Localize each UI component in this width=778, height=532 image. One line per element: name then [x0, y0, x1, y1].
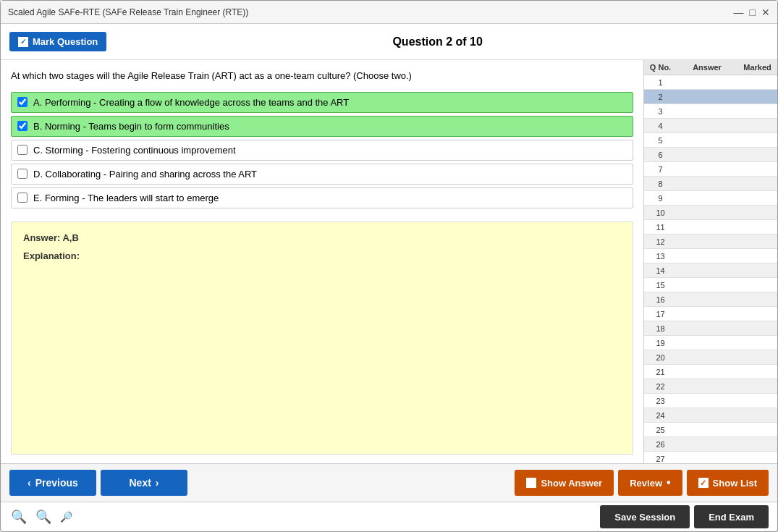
sidebar-row[interactable]: 6 [644, 148, 777, 162]
option-checkbox-e[interactable] [17, 193, 28, 203]
option-checkbox-b[interactable] [17, 121, 28, 131]
question-text: At which two stages will the Agile Relea… [11, 69, 633, 83]
sidebar-row[interactable]: 18 [644, 321, 777, 336]
header-answer: Answer [677, 63, 737, 72]
show-list-label: Show List [713, 478, 757, 489]
show-list-check-icon: ✓ [698, 478, 709, 488]
sidebar-row[interactable]: 16 [644, 292, 777, 307]
sidebar-row[interactable]: 4 [644, 119, 777, 133]
sidebar-cell-qno: 1 [644, 78, 677, 87]
zoom-in-button[interactable]: 🔎 [59, 510, 74, 524]
sidebar-cell-qno: 25 [644, 426, 677, 434]
review-label: Review [630, 478, 662, 489]
sidebar-row[interactable]: 26 [644, 437, 777, 452]
sidebar-row[interactable]: 12 [644, 235, 777, 249]
sidebar-body: 1234567891011121314151617181920212223242… [644, 75, 777, 463]
option-item-d[interactable]: D. Collaborating - Pairing and sharing a… [11, 164, 633, 185]
sidebar-cell-qno: 22 [644, 382, 677, 391]
previous-button[interactable]: ‹ Previous [9, 470, 96, 496]
sidebar-cell-qno: 2 [644, 93, 677, 101]
end-exam-button[interactable]: End Exam [694, 505, 769, 528]
option-item-a[interactable]: A. Performing - Creating a flow of knowl… [11, 92, 633, 113]
save-session-button[interactable]: Save Session [600, 505, 690, 528]
sidebar-cell-qno: 27 [644, 455, 677, 463]
next-button[interactable]: Next › [101, 470, 187, 496]
app-window: Scaled Agile SAFe-RTE (SAFe Release Trai… [0, 0, 778, 532]
sidebar-cell-qno: 23 [644, 397, 677, 405]
sidebar-row[interactable]: 3 [644, 104, 777, 119]
option-label-b: B. Norming - Teams begin to form communi… [33, 121, 229, 132]
sidebar-row[interactable]: 11 [644, 220, 777, 235]
question-list-sidebar: Q No. Answer Marked 12345678910111213141… [643, 60, 777, 463]
show-answer-icon [526, 478, 536, 488]
sidebar-cell-qno: 26 [644, 440, 677, 449]
review-button[interactable]: Review • [618, 470, 682, 496]
option-item-b[interactable]: B. Norming - Teams begin to form communi… [11, 116, 633, 137]
sidebar-cell-qno: 7 [644, 165, 677, 174]
zoom-reset-button[interactable]: 🔍 [34, 507, 53, 526]
option-label-c: C. Storming - Fostering continuous impro… [33, 145, 236, 156]
option-checkbox-c[interactable] [17, 145, 28, 155]
option-checkbox-a[interactable] [17, 97, 28, 107]
review-dot-icon: • [667, 477, 671, 489]
sidebar-row[interactable]: 10 [644, 206, 777, 220]
main-content: At which two stages will the Agile Relea… [1, 60, 643, 463]
window-title: Scaled Agile SAFe-RTE (SAFe Release Trai… [8, 7, 248, 17]
sidebar-header: Q No. Answer Marked [644, 60, 777, 75]
sidebar-row[interactable]: 22 [644, 379, 777, 394]
answer-box: Answer: A,B Explanation: [11, 221, 633, 455]
sidebar-cell-qno: 16 [644, 295, 677, 304]
sidebar-cell-qno: 19 [644, 339, 677, 347]
minimize-icon[interactable]: — [734, 7, 744, 17]
option-label-a: A. Performing - Creating a flow of knowl… [33, 97, 349, 108]
mark-question-label: Mark Question [33, 36, 98, 47]
sidebar-row[interactable]: 19 [644, 336, 777, 350]
sidebar-row[interactable]: 2 [644, 90, 777, 104]
show-list-button[interactable]: ✓ Show List [687, 470, 769, 496]
sidebar-row[interactable]: 27 [644, 452, 777, 463]
sidebar-row[interactable]: 8 [644, 177, 777, 191]
sidebar-row[interactable]: 17 [644, 307, 777, 321]
sidebar-cell-qno: 17 [644, 310, 677, 318]
sidebar-row[interactable]: 5 [644, 133, 777, 148]
close-icon[interactable]: ✕ [761, 7, 770, 17]
sidebar-row[interactable]: 25 [644, 423, 777, 437]
header-qno: Q No. [644, 63, 677, 72]
sidebar-row[interactable]: 14 [644, 263, 777, 278]
footer-buttons: ‹ Previous Next › Show Answer Review • ✓… [1, 463, 777, 502]
option-label-d: D. Collaborating - Pairing and sharing a… [33, 169, 257, 180]
sidebar-cell-qno: 20 [644, 353, 677, 362]
sidebar-row[interactable]: 1 [644, 75, 777, 90]
maximize-icon[interactable]: □ [750, 7, 756, 17]
sidebar-row[interactable]: 24 [644, 408, 777, 423]
sidebar-row[interactable]: 9 [644, 191, 777, 206]
sidebar-cell-qno: 12 [644, 237, 677, 246]
next-label: Next [129, 477, 151, 489]
content-area: At which two stages will the Agile Relea… [1, 60, 777, 463]
sidebar-row[interactable]: 13 [644, 249, 777, 263]
title-bar: Scaled Agile SAFe-RTE (SAFe Release Trai… [1, 1, 777, 24]
show-answer-label: Show Answer [541, 478, 602, 489]
option-label-e: E. Forming - The leaders will start to e… [33, 193, 219, 203]
sidebar-row[interactable]: 20 [644, 350, 777, 365]
sidebar-row[interactable]: 21 [644, 365, 777, 379]
header-marked: Marked [737, 63, 777, 72]
mark-check-icon: ✓ [18, 37, 28, 47]
toolbar: ✓ Mark Question Question 2 of 10 [1, 24, 777, 60]
sidebar-cell-qno: 10 [644, 208, 677, 217]
option-item-c[interactable]: C. Storming - Fostering continuous impro… [11, 140, 633, 161]
zoom-out-button[interactable]: 🔍 [9, 507, 28, 526]
bottom-bar: 🔍 🔍 🔎 Save Session End Exam [1, 502, 777, 531]
sidebar-row[interactable]: 23 [644, 394, 777, 408]
sidebar-row[interactable]: 15 [644, 278, 777, 292]
option-item-e[interactable]: E. Forming - The leaders will start to e… [11, 187, 633, 208]
previous-arrow-icon: ‹ [28, 477, 31, 489]
mark-question-button[interactable]: ✓ Mark Question [9, 32, 106, 51]
option-checkbox-d[interactable] [17, 169, 28, 179]
sidebar-cell-qno: 5 [644, 136, 677, 145]
sidebar-cell-qno: 13 [644, 252, 677, 261]
show-answer-button[interactable]: Show Answer [515, 470, 614, 496]
sidebar-row[interactable]: 7 [644, 162, 777, 177]
sidebar-cell-qno: 14 [644, 266, 677, 275]
sidebar-cell-qno: 3 [644, 107, 677, 116]
